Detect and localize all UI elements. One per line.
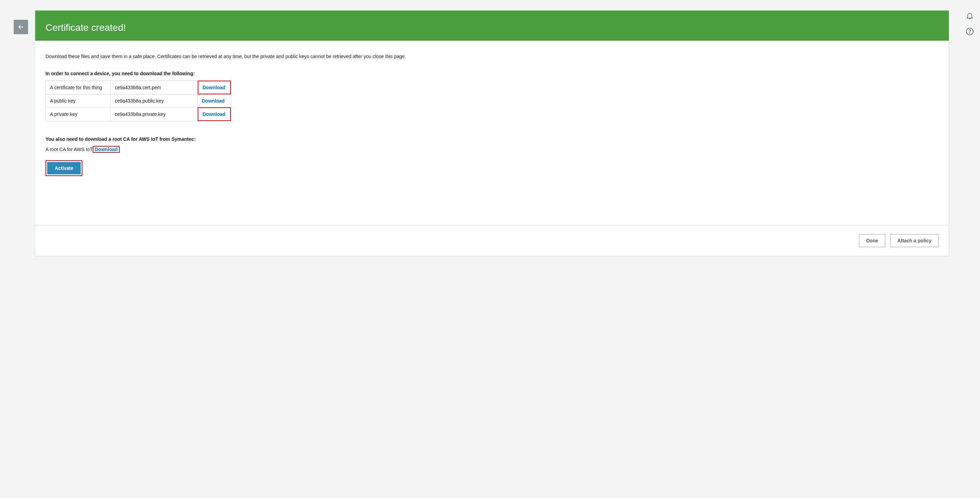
downloads-subheading: In order to connect a device, you need t… bbox=[46, 71, 939, 76]
row-filename: ce9a433b8a.cert.pem bbox=[110, 81, 198, 95]
row-filename: ce9a433b8a.public.key bbox=[110, 95, 198, 107]
row-link-cell: Download bbox=[198, 95, 231, 107]
activate-button[interactable]: Activate bbox=[47, 162, 81, 174]
arrow-left-icon bbox=[18, 24, 24, 30]
row-label: A certificate for this thing bbox=[46, 81, 110, 95]
main-card: Certificate created! Download these file… bbox=[35, 10, 949, 256]
row-filename: ce9a433b8a.private.key bbox=[110, 107, 198, 121]
banner-title: Certificate created! bbox=[46, 22, 126, 33]
root-ca-section: You also need to download a root CA for … bbox=[46, 136, 939, 153]
download-root-ca-link[interactable]: Download bbox=[93, 146, 119, 153]
download-private-key-link[interactable]: Download bbox=[198, 108, 229, 120]
svg-point-1 bbox=[969, 33, 970, 33]
root-ca-heading: You also need to download a root CA for … bbox=[46, 136, 939, 142]
row-link-cell: Download bbox=[198, 107, 231, 121]
done-button[interactable]: Done bbox=[859, 234, 885, 247]
highlight-box: Download bbox=[198, 81, 231, 94]
table-row: A public key ce9a433b8a.public.key Downl… bbox=[46, 95, 231, 107]
table-row: A certificate for this thing ce9a433b8a.… bbox=[46, 81, 231, 95]
root-ca-line: A root CA for AWS IoTDownload bbox=[46, 146, 939, 153]
row-link-cell: Download bbox=[198, 81, 231, 95]
download-public-key-link[interactable]: Download bbox=[198, 95, 229, 107]
download-certificate-link[interactable]: Download bbox=[198, 81, 229, 94]
row-label: A public key bbox=[46, 95, 110, 107]
highlight-box: Download bbox=[93, 146, 120, 153]
footer: Done Attach a policy bbox=[35, 225, 949, 256]
table-row: A private key ce9a433b8a.private.key Dow… bbox=[46, 107, 231, 121]
page-container: Certificate created! Download these file… bbox=[0, 0, 980, 266]
downloads-table: A certificate for this thing ce9a433b8a.… bbox=[46, 80, 231, 121]
banner: Certificate created! bbox=[35, 11, 949, 41]
row-label: A private key bbox=[46, 107, 110, 121]
utility-icons bbox=[966, 12, 974, 36]
root-ca-prefix: A root CA for AWS IoT bbox=[46, 147, 93, 152]
attach-policy-button[interactable]: Attach a policy bbox=[890, 234, 939, 247]
help-icon[interactable] bbox=[966, 27, 974, 36]
highlight-box: Download bbox=[198, 107, 231, 121]
back-button[interactable] bbox=[14, 20, 28, 34]
notifications-icon[interactable] bbox=[966, 12, 974, 20]
highlight-box: Activate bbox=[46, 160, 83, 176]
description-text: Download these files and save them in a … bbox=[46, 54, 939, 59]
content-area: Download these files and save them in a … bbox=[35, 41, 949, 225]
